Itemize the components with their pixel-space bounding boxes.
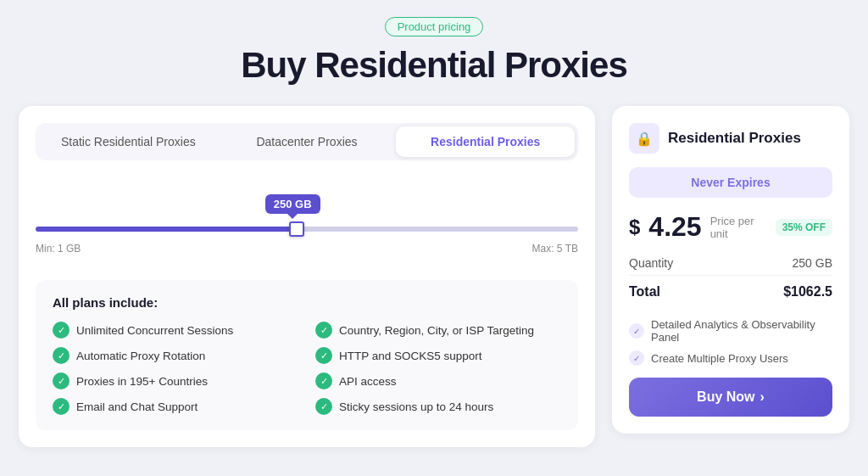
buy-now-button[interactable]: Buy Now › <box>629 378 832 417</box>
content-row: Static Residential Proxies Datacenter Pr… <box>19 106 849 447</box>
panel-header: 🔒 Residential Proxies <box>629 123 832 154</box>
feature-item-5: ✓ HTTP and SOCKS5 support <box>315 347 561 364</box>
feature-item-7: ✓ Sticky sessions up to 24 hours <box>315 398 561 415</box>
panel-feature-0: ✓ Detailed Analytics & Observability Pan… <box>629 318 832 344</box>
tabs-container: Static Residential Proxies Datacenter Pr… <box>36 123 578 160</box>
quantity-row: Quantity 250 GB <box>629 251 832 276</box>
check-icon-5: ✓ <box>315 347 332 364</box>
total-value: $1062.5 <box>783 284 832 300</box>
feature-item-6: ✓ API access <box>315 372 561 389</box>
check-icon-3: ✓ <box>53 398 70 415</box>
slider-tooltip-wrapper: 250 GB <box>265 194 320 214</box>
arrow-icon: › <box>760 389 765 405</box>
price-currency: $ <box>629 216 640 239</box>
panel-icon: 🔒 <box>629 123 659 154</box>
panel-title: Residential Proxies <box>668 130 801 147</box>
feature-item-2: ✓ Proxies in 195+ Countries <box>53 372 298 389</box>
slider-tooltip-box: 250 GB <box>265 194 320 214</box>
features-grid: ✓ Unlimited Concurrent Sessions ✓ Countr… <box>53 322 561 415</box>
feature-label-4: Country, Region, City, or ISP Targeting <box>339 324 534 337</box>
small-check-icon-1: ✓ <box>629 350 644 366</box>
feature-item-4: ✓ Country, Region, City, or ISP Targetin… <box>315 322 561 339</box>
panel-feature-1: ✓ Create Multiple Proxy Users <box>629 350 832 366</box>
lock-icon: 🔒 <box>636 131 653 147</box>
right-panel: 🔒 Residential Proxies Never Expires $ 4.… <box>612 106 849 434</box>
check-icon-1: ✓ <box>53 347 70 364</box>
check-icon-7: ✓ <box>315 398 332 415</box>
feature-item-0: ✓ Unlimited Concurrent Sessions <box>53 322 298 339</box>
never-expires-button[interactable]: Never Expires <box>629 167 832 198</box>
check-icon-6: ✓ <box>315 372 332 389</box>
left-panel: Static Residential Proxies Datacenter Pr… <box>19 106 595 447</box>
discount-badge: 35% OFF <box>776 219 832 236</box>
panel-feature-label-0: Detailed Analytics & Observability Panel <box>651 318 832 344</box>
slider-section: 250 GB Min: 1 GB Max: 5 TB <box>36 186 578 272</box>
quantity-value: 250 GB <box>793 256 832 270</box>
tab-datacenter[interactable]: Datacenter Proxies <box>218 126 397 157</box>
panel-feature-label-1: Create Multiple Proxy Users <box>651 352 788 365</box>
price-label: Price per unit <box>710 215 767 240</box>
feature-label-2: Proxies in 195+ Countries <box>76 375 208 388</box>
header-section: Product pricing Buy Residential Proxies <box>19 17 849 86</box>
price-value: 4.25 <box>648 211 701 243</box>
feature-label-7: Sticky sessions up to 24 hours <box>339 400 493 413</box>
buy-now-label: Buy Now <box>697 389 754 405</box>
small-check-icon-0: ✓ <box>629 323 644 339</box>
main-title: Buy Residential Proxies <box>19 45 849 86</box>
tab-residential[interactable]: Residential Proxies <box>396 126 575 157</box>
feature-label-1: Automatic Proxy Rotation <box>76 350 205 362</box>
price-row: $ 4.25 Price per unit 35% OFF <box>629 211 832 243</box>
page-wrapper: Product pricing Buy Residential Proxies … <box>19 17 849 447</box>
slider-min-label: Min: 1 GB <box>36 243 81 255</box>
feature-label-5: HTTP and SOCKS5 support <box>339 350 482 362</box>
check-icon-2: ✓ <box>53 372 70 389</box>
feature-label-0: Unlimited Concurrent Sessions <box>76 324 233 337</box>
gb-slider[interactable] <box>36 227 578 232</box>
slider-labels: Min: 1 GB Max: 5 TB <box>36 243 578 255</box>
product-pricing-badge: Product pricing <box>385 17 484 36</box>
total-label: Total <box>629 284 660 300</box>
feature-item-1: ✓ Automatic Proxy Rotation <box>53 347 298 364</box>
feature-item-3: ✓ Email and Chat Support <box>53 398 298 415</box>
feature-label-3: Email and Chat Support <box>76 400 198 413</box>
check-icon-4: ✓ <box>315 322 332 339</box>
slider-track-wrapper <box>36 221 578 238</box>
quantity-label: Quantity <box>629 256 673 270</box>
check-icon-0: ✓ <box>53 322 70 339</box>
plans-include-section: All plans include: ✓ Unlimited Concurren… <box>36 280 578 430</box>
plans-title: All plans include: <box>53 295 561 310</box>
total-row: Total $1062.5 <box>629 276 832 308</box>
tab-static[interactable]: Static Residential Proxies <box>39 126 218 157</box>
slider-max-label: Max: 5 TB <box>532 243 578 255</box>
feature-label-6: API access <box>339 375 397 388</box>
